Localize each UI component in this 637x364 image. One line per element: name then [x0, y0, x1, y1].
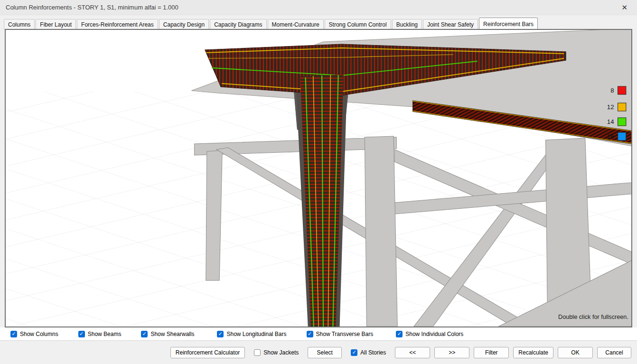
close-icon[interactable]: ✕ — [618, 3, 631, 12]
checkbox-icon[interactable] — [254, 349, 261, 356]
checkbox-label: Show Transverse Bars — [316, 331, 374, 337]
center-right-column — [365, 136, 397, 327]
window-title: Column Reinforcements - STORY 1, S1, min… — [6, 4, 178, 11]
tab-fiber-layout[interactable]: Fiber Layout — [36, 19, 76, 29]
all-stories-checkbox[interactable]: All Stories — [351, 349, 386, 356]
model-3d-viewport[interactable]: 8 12 14 16 Double click for fullscreen. — [5, 29, 632, 327]
checkbox-icon[interactable] — [217, 331, 224, 337]
checkbox-icon[interactable] — [307, 331, 313, 337]
checkbox-label: Show Individual Colors — [405, 331, 463, 337]
filter-button[interactable]: Filter — [474, 347, 509, 358]
checkbox-label: All Stories — [360, 349, 386, 356]
checkbox-label: Show Shearwalls — [150, 331, 194, 337]
legend-swatch-16 — [618, 132, 626, 140]
fullscreen-hint: Double click for fullscreen. — [558, 314, 628, 320]
window-titlebar: Column Reinforcements - STORY 1, S1, min… — [0, 0, 637, 15]
structure-3d-scene[interactable]: 8 12 14 16 Double click for fullscreen. — [6, 30, 631, 327]
checkbox-icon[interactable] — [141, 331, 148, 337]
cancel-button[interactable]: Cancel — [597, 347, 631, 358]
tab-capacity-diagrams[interactable]: Capacity Diagrams — [210, 19, 266, 29]
checkbox-show-transverse-bars[interactable]: Show Transverse Bars — [307, 331, 374, 337]
checkbox-icon[interactable] — [10, 331, 17, 337]
reinforcement-calculator-button[interactable]: Reinforcement Calculator — [170, 347, 245, 358]
show-jackets-checkbox[interactable]: Show Jackets — [254, 349, 299, 356]
legend-label-14: 14 — [607, 118, 614, 125]
tab-strip: Columns Fiber Layout Forces-Reinforcemen… — [0, 15, 637, 29]
checkbox-label: Show Columns — [20, 331, 58, 337]
tab-moment-curvature[interactable]: Moment-Curvature — [268, 19, 324, 29]
legend-label-16: 16 — [607, 133, 614, 140]
legend-swatch-14 — [618, 118, 626, 126]
tab-strong-column-control[interactable]: Strong Column Control — [325, 19, 391, 29]
tab-reinforcement-bars[interactable]: Reinforcement Bars — [479, 18, 538, 29]
checkbox-icon[interactable] — [351, 349, 357, 356]
checkbox-show-beams[interactable]: Show Beams — [78, 331, 122, 337]
recalculate-button[interactable]: Recalculate — [513, 347, 553, 358]
tab-joint-shear-safety[interactable]: Joint Shear Safety — [423, 19, 478, 29]
ok-button[interactable]: OK — [558, 347, 593, 358]
bottom-button-bar: Reinforcement Calculator Show Jackets Se… — [0, 340, 637, 364]
checkbox-show-columns[interactable]: Show Columns — [10, 331, 58, 337]
tab-columns[interactable]: Columns — [4, 19, 35, 29]
tab-buckling[interactable]: Buckling — [392, 19, 422, 29]
next-button[interactable]: >> — [434, 347, 469, 358]
legend-label-8: 8 — [610, 87, 614, 94]
select-button[interactable]: Select — [308, 347, 342, 358]
checkbox-icon[interactable] — [396, 331, 403, 337]
prev-button[interactable]: << — [395, 347, 430, 358]
display-toggle-row: Show Columns Show Beams Show Shearwalls … — [0, 327, 637, 340]
tab-capacity-design[interactable]: Capacity Design — [159, 19, 209, 29]
checkbox-show-longitudinal-bars[interactable]: Show Longitudinal Bars — [217, 331, 286, 337]
tab-forces-reinforcement-areas[interactable]: Forces-Reinforcement Areas — [77, 19, 158, 29]
legend-swatch-12 — [618, 103, 626, 111]
legend-label-12: 12 — [607, 103, 614, 111]
checkbox-label: Show Jackets — [263, 349, 299, 356]
checkbox-show-individual-colors[interactable]: Show Individual Colors — [396, 331, 463, 337]
checkbox-label: Show Beams — [88, 331, 122, 337]
checkbox-icon[interactable] — [78, 331, 85, 337]
checkbox-label: Show Longitudinal Bars — [226, 331, 286, 337]
legend-swatch-8 — [618, 86, 626, 94]
checkbox-show-shearwalls[interactable]: Show Shearwalls — [141, 331, 194, 337]
left-column — [206, 150, 222, 280]
